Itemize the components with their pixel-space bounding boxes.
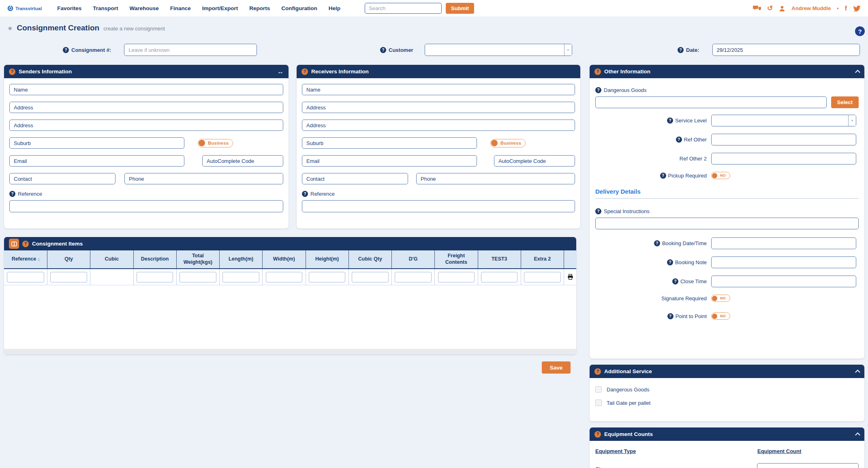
item-description-input[interactable] <box>137 272 173 282</box>
item-test3-input[interactable] <box>481 272 518 282</box>
equipment-count-input[interactable] <box>757 463 859 468</box>
sender-phone-input[interactable] <box>124 173 283 184</box>
col-header-dg[interactable]: D'G <box>392 250 435 269</box>
receiver-address2-input[interactable] <box>302 120 575 131</box>
collapse-chevron-icon[interactable] <box>855 70 860 75</box>
save-button[interactable]: Save <box>542 361 571 374</box>
nav-help[interactable]: Help <box>329 5 340 11</box>
user-menu[interactable]: Andrew Muddle <box>791 5 831 11</box>
pickup-required-help-icon[interactable]: ? <box>660 173 666 179</box>
print-icon[interactable] <box>567 274 573 280</box>
senders-help-icon[interactable]: ? <box>9 68 15 75</box>
point-to-point-help-icon[interactable]: ? <box>667 313 673 319</box>
other-info-help-icon[interactable]: ? <box>594 68 601 75</box>
col-header-reference[interactable]: Reference ▴▾ <box>4 250 47 269</box>
close-time-input[interactable] <box>711 276 856 287</box>
point-to-point-toggle[interactable]: NO <box>711 312 730 320</box>
nav-reports[interactable]: Reports <box>249 5 270 11</box>
receiver-email-input[interactable] <box>302 155 477 167</box>
col-header-height[interactable]: Height(m) <box>306 250 349 269</box>
customer-dropdown-button[interactable]: ▾ <box>564 44 572 56</box>
special-instructions-input[interactable] <box>595 218 859 229</box>
search-input[interactable] <box>365 3 442 14</box>
col-header-qty[interactable]: Qty <box>47 250 90 269</box>
receiver-contact-input[interactable] <box>302 173 408 184</box>
nav-finance[interactable]: Finance <box>170 5 191 11</box>
item-total-weight-input[interactable] <box>180 272 216 282</box>
receiver-autocomplete-input[interactable] <box>494 155 575 167</box>
col-header-extra2[interactable]: Extra 2 <box>521 250 564 269</box>
col-header-length[interactable]: Length(m) <box>220 250 263 269</box>
item-length-input[interactable] <box>222 272 259 282</box>
table-columns-button[interactable] <box>9 239 19 249</box>
booking-note-input[interactable] <box>711 256 856 268</box>
receivers-help-icon[interactable]: ? <box>301 68 308 75</box>
col-header-description[interactable]: Description <box>134 250 177 269</box>
nav-transport[interactable]: Transport <box>93 5 118 11</box>
booking-datetime-help-icon[interactable]: ? <box>654 240 660 246</box>
col-header-width[interactable]: Width(m) <box>263 250 306 269</box>
chat-icon[interactable] <box>753 5 761 12</box>
transvirtual-logo[interactable]: Transvirtual <box>7 5 42 11</box>
equipment-counts-help-icon[interactable]: ? <box>594 431 601 438</box>
twitter-icon[interactable] <box>853 5 861 12</box>
tail-gate-checkbox[interactable] <box>595 400 602 406</box>
booking-note-help-icon[interactable]: ? <box>667 259 673 265</box>
dangerous-goods-help-icon[interactable]: ? <box>595 87 601 93</box>
item-cubic-qty-input[interactable] <box>352 272 389 282</box>
sender-contact-input[interactable] <box>9 173 115 184</box>
col-header-freight-contents[interactable]: Freight Contents <box>435 250 478 269</box>
service-level-help-icon[interactable]: ? <box>667 118 673 124</box>
item-qty-input[interactable] <box>50 272 87 282</box>
receiver-phone-input[interactable] <box>416 173 575 184</box>
col-header-cubic-qty[interactable]: Cubic Qty <box>349 250 392 269</box>
receiver-reference-help-icon[interactable]: ? <box>302 191 308 197</box>
favorite-star-icon[interactable]: ★ <box>7 25 13 32</box>
booking-datetime-input[interactable] <box>711 237 856 249</box>
nav-import-export[interactable]: Import/Export <box>202 5 238 11</box>
item-height-input[interactable] <box>309 272 346 282</box>
receiver-reference-input[interactable] <box>302 200 575 212</box>
sender-name-input[interactable] <box>9 84 283 95</box>
consignment-number-help-icon[interactable]: ? <box>63 47 69 53</box>
receiver-business-toggle[interactable]: Business <box>490 139 526 147</box>
facebook-icon[interactable]: f <box>845 5 847 12</box>
horizontal-scrollbar[interactable] <box>4 349 576 355</box>
sender-reference-input[interactable] <box>9 200 283 212</box>
item-freight-contents-input[interactable] <box>438 272 475 282</box>
col-header-test3[interactable]: TEST3 <box>478 250 521 269</box>
customer-input[interactable] <box>425 44 572 56</box>
item-reference-input[interactable] <box>7 272 44 282</box>
service-level-input[interactable] <box>711 115 856 126</box>
sender-email-input[interactable] <box>9 155 184 167</box>
nav-configuration[interactable]: Configuration <box>281 5 317 11</box>
dangerous-goods-checkbox[interactable] <box>595 386 602 393</box>
special-instructions-help-icon[interactable]: ? <box>595 208 601 214</box>
search-submit-button[interactable]: Submit <box>446 3 474 14</box>
consignment-number-input[interactable] <box>124 44 257 56</box>
close-time-help-icon[interactable]: ? <box>672 278 678 284</box>
receiver-address1-input[interactable] <box>302 102 575 113</box>
customer-help-icon[interactable]: ? <box>380 47 386 53</box>
sender-business-toggle[interactable]: Business <box>198 139 233 147</box>
additional-service-help-icon[interactable]: ? <box>594 368 601 375</box>
col-header-cubic[interactable]: Cubic <box>90 250 133 269</box>
item-width-input[interactable] <box>266 272 303 282</box>
col-header-total-weight[interactable]: Total Weight(kgs) <box>177 250 220 269</box>
date-input[interactable] <box>712 44 860 56</box>
sort-icon[interactable]: ▴▾ <box>38 257 39 261</box>
collapse-chevron-icon[interactable] <box>855 432 860 438</box>
ref-other-help-icon[interactable]: ? <box>676 137 682 143</box>
ref-other-input[interactable] <box>711 134 856 145</box>
signature-required-toggle[interactable]: NO <box>711 295 730 302</box>
pickup-required-toggle[interactable]: NO <box>711 172 730 179</box>
dangerous-goods-select-button[interactable]: Select <box>831 96 859 108</box>
resize-horizontal-icon[interactable]: ↔ <box>277 68 284 75</box>
receiver-suburb-input[interactable] <box>302 137 477 149</box>
sender-suburb-input[interactable] <box>9 137 184 149</box>
item-dg-input[interactable] <box>395 272 432 282</box>
sender-reference-help-icon[interactable]: ? <box>9 191 15 197</box>
service-level-dropdown-button[interactable]: ▾ <box>848 115 856 126</box>
nav-warehouse[interactable]: Warehouse <box>130 5 159 11</box>
user-menu-caret-icon[interactable]: ▾ <box>837 6 839 11</box>
